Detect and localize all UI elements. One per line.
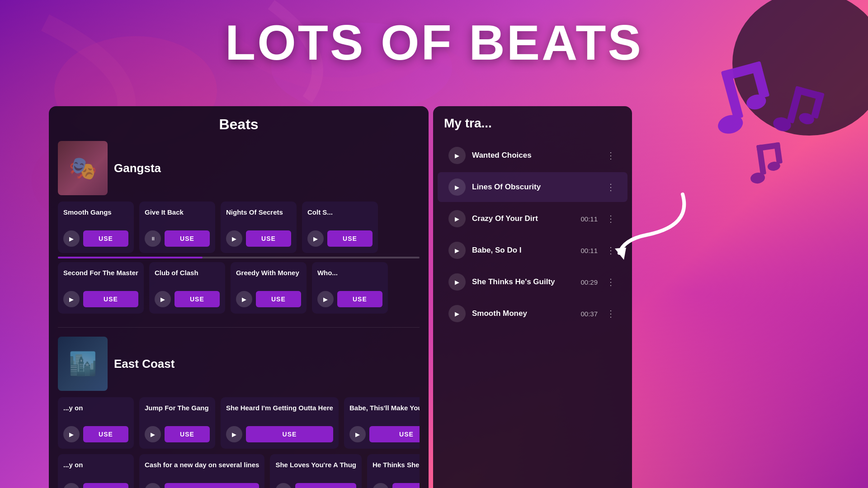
- tracks-panel: My tra... ▶ Wanted Choices ⋮ ▶ Lines Of …: [433, 106, 632, 488]
- beat-title-who: Who...: [317, 268, 382, 285]
- pause-button-give-it-back[interactable]: ⏸: [145, 230, 161, 247]
- beat-card-yon: ...y on ▶ USE: [58, 397, 134, 449]
- use-button-give-it-back[interactable]: USE: [165, 230, 210, 247]
- use-button-nights-of-secrets[interactable]: USE: [246, 230, 291, 247]
- beat-controls-smooth-gangs: ▶ USE: [63, 230, 128, 247]
- play-button-smooth-gangs[interactable]: ▶: [63, 230, 80, 247]
- beat-card-cash-new-day: Cash for a new day on several lines ▶ US…: [139, 454, 264, 488]
- main-container: Beats Gangsta Smooth Gangs ▶ USE: [49, 106, 868, 488]
- track-item-wanted-choices[interactable]: ▶ Wanted Choices ⋮: [438, 141, 627, 170]
- play-button-who[interactable]: ▶: [317, 291, 334, 307]
- play-button-lines-of-obscurity[interactable]: ▶: [448, 178, 466, 196]
- beat-controls-greedy-with-money: ▶ USE: [236, 291, 301, 307]
- beat-card-greedy-with-money: Greedy With Money ▶ USE: [231, 262, 307, 314]
- track-name-babe-so-do-i: Babe, So Do I: [472, 246, 574, 255]
- beat-title-she-heard: She Heard I'm Getting Outta Here: [226, 404, 333, 420]
- play-button-yon[interactable]: ▶: [63, 426, 80, 442]
- play-button-she-heard[interactable]: ▶: [226, 426, 242, 442]
- use-button-club-of-clash[interactable]: USE: [175, 291, 220, 307]
- track-item-she-thinks-hes-guilty[interactable]: ▶ She Thinks He's Guilty 00:29 ⋮: [438, 267, 627, 297]
- play-button-babe-sweat[interactable]: ▶: [349, 426, 366, 442]
- use-button-cash-new-day[interactable]: USE: [165, 483, 259, 488]
- beat-controls-second-for-master: ▶ USE: [63, 291, 138, 307]
- beat-card-who: Who... ▶ USE: [312, 262, 388, 314]
- use-button-second-for-master[interactable]: USE: [83, 291, 138, 307]
- beat-title-babe-sweat: Babe, This'll Make You Sweat: [349, 404, 420, 420]
- beat-card-he-thinks-sister: He Thinks She's My Sister ▶ USE: [367, 454, 420, 488]
- play-button-club-of-clash[interactable]: ▶: [155, 291, 171, 307]
- menu-button-lines-of-obscurity[interactable]: ⋮: [604, 181, 617, 193]
- beat-title-greedy-with-money: Greedy With Money: [236, 268, 301, 285]
- gangsta-scroll-thumb: [58, 257, 203, 258]
- use-button-he-thinks-sister[interactable]: USE: [392, 483, 420, 488]
- track-duration-she-thinks-hes-guilty: 00:29: [580, 278, 598, 286]
- track-duration-babe-so-do-i: 00:11: [580, 247, 598, 254]
- tracks-panel-title: My tra...: [433, 106, 632, 139]
- track-name-she-thinks-hes-guilty: She Thinks He's Guilty: [472, 277, 574, 286]
- beats-panel-title: Beats: [49, 106, 429, 141]
- play-button-yon2[interactable]: ▶: [63, 483, 80, 488]
- menu-button-wanted-choices[interactable]: ⋮: [604, 149, 617, 162]
- play-button-colt[interactable]: ▶: [307, 230, 324, 247]
- play-button-wanted-choices[interactable]: ▶: [448, 147, 466, 164]
- eastcoast-beats-row1: ...y on ▶ USE Jump For The Gang ▶ USE: [58, 397, 420, 449]
- gangsta-label: Gangsta: [114, 161, 161, 175]
- eastcoast-beats-row2: ...y on ▶ USE Cash for a new day on seve…: [58, 454, 420, 488]
- play-button-smooth-money[interactable]: ▶: [448, 305, 466, 322]
- gangsta-beats-row2: Second For The Master ▶ USE Club of Clas…: [58, 262, 420, 314]
- play-button-second-for-master[interactable]: ▶: [63, 291, 80, 307]
- beat-controls-jump-for-gang: ▶ USE: [145, 426, 210, 442]
- play-button-babe-so-do-i[interactable]: ▶: [448, 242, 466, 259]
- use-button-yon[interactable]: USE: [83, 426, 128, 442]
- menu-button-babe-so-do-i[interactable]: ⋮: [604, 244, 617, 257]
- play-button-greedy-with-money[interactable]: ▶: [236, 291, 252, 307]
- track-item-crazy-of-your-dirt[interactable]: ▶ Crazy Of Your Dirt 00:11 ⋮: [438, 204, 627, 234]
- use-button-jump-for-gang[interactable]: USE: [165, 426, 210, 442]
- eastcoast-label: East Coast: [114, 357, 175, 371]
- use-button-she-heard[interactable]: USE: [246, 426, 333, 442]
- play-button-he-thinks-sister[interactable]: ▶: [373, 483, 389, 488]
- menu-button-crazy-of-your-dirt[interactable]: ⋮: [604, 212, 617, 225]
- beat-title-club-of-clash: Club of Clash: [155, 268, 220, 285]
- track-item-babe-so-do-i[interactable]: ▶ Babe, So Do I 00:11 ⋮: [438, 235, 627, 265]
- use-button-colt[interactable]: USE: [327, 230, 373, 247]
- play-button-cash-new-day[interactable]: ▶: [145, 483, 161, 488]
- menu-button-smooth-money[interactable]: ⋮: [604, 307, 617, 320]
- gangsta-header: Gangsta: [58, 141, 420, 195]
- use-button-smooth-gangs[interactable]: USE: [83, 230, 128, 247]
- beat-card-she-heard: She Heard I'm Getting Outta Here ▶ USE: [221, 397, 339, 449]
- beat-title-she-loves-thug: She Loves You're A Thug: [275, 460, 356, 477]
- gangsta-beats-row1: Smooth Gangs ▶ USE Give It Back ⏸ USE: [58, 202, 420, 253]
- gangsta-scroll-indicator: [58, 257, 420, 258]
- track-name-wanted-choices: Wanted Choices: [472, 151, 598, 160]
- play-button-jump-for-gang[interactable]: ▶: [145, 426, 161, 442]
- track-item-lines-of-obscurity[interactable]: ▶ Lines Of Obscurity ⋮: [438, 172, 627, 202]
- beat-title-give-it-back: Give It Back: [145, 208, 210, 224]
- track-item-smooth-money[interactable]: ▶ Smooth Money 00:37 ⋮: [438, 299, 627, 328]
- play-button-she-loves-thug[interactable]: ▶: [275, 483, 292, 488]
- play-button-crazy-of-your-dirt[interactable]: ▶: [448, 210, 466, 227]
- eastcoast-header: East Coast: [58, 337, 420, 391]
- use-button-she-loves-thug[interactable]: USE: [295, 483, 356, 488]
- beat-card-she-loves-thug: She Loves You're A Thug ▶ USE: [270, 454, 362, 488]
- beat-title-colt: Colt S...: [307, 208, 373, 224]
- track-duration-crazy-of-your-dirt: 00:11: [580, 215, 598, 223]
- beat-card-smooth-gangs: Smooth Gangs ▶ USE: [58, 202, 134, 253]
- use-button-babe-sweat[interactable]: USE: [369, 426, 420, 442]
- use-button-greedy-with-money[interactable]: USE: [256, 291, 301, 307]
- beat-card-babe-sweat: Babe, This'll Make You Sweat ▶ USE: [344, 397, 420, 449]
- menu-button-she-thinks-hes-guilty[interactable]: ⋮: [604, 276, 617, 288]
- beat-controls-she-heard: ▶ USE: [226, 426, 333, 442]
- play-button-nights-of-secrets[interactable]: ▶: [226, 230, 242, 247]
- beat-card-club-of-clash: Club of Clash ▶ USE: [149, 262, 225, 314]
- beat-controls-give-it-back: ⏸ USE: [145, 230, 210, 247]
- play-button-she-thinks-hes-guilty[interactable]: ▶: [448, 273, 466, 291]
- track-name-lines-of-obscurity: Lines Of Obscurity: [472, 183, 598, 192]
- use-button-who[interactable]: USE: [337, 291, 382, 307]
- beat-controls-he-thinks-sister: ▶ USE: [373, 483, 420, 488]
- beat-controls-she-loves-thug: ▶ USE: [275, 483, 356, 488]
- use-button-yon2[interactable]: USE: [83, 483, 128, 488]
- beat-controls-cash-new-day: ▶ USE: [145, 483, 259, 488]
- genre-divider: [58, 327, 420, 328]
- beat-card-second-for-master: Second For The Master ▶ USE: [58, 262, 144, 314]
